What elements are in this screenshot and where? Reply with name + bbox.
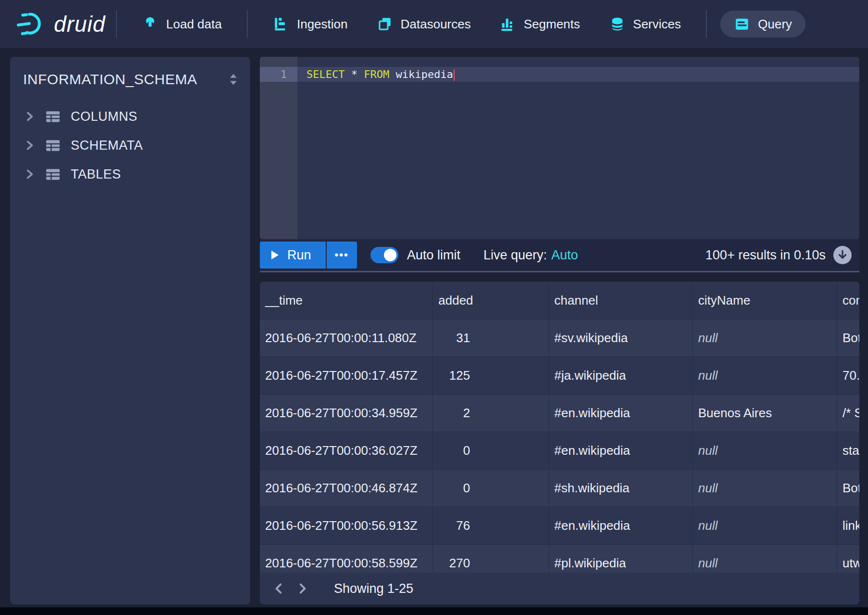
- auto-limit-toggle[interactable]: [370, 247, 398, 263]
- tree-item-label: TABLES: [71, 167, 121, 182]
- top-nav: druid Load data Ingestion: [0, 0, 868, 48]
- sql-keyword: SELECT: [306, 68, 345, 80]
- table-cell[interactable]: 2016-06-27T00:00:56.913Z: [260, 507, 433, 545]
- datasources-icon: [377, 16, 393, 32]
- more-dots-icon: •••: [335, 249, 349, 261]
- brand-wordmark: druid: [54, 11, 105, 37]
- segments-icon: [499, 16, 516, 32]
- table-cell[interactable]: link: [837, 507, 859, 545]
- nav-item-label: Datasources: [401, 17, 471, 32]
- sql-text: *: [345, 68, 364, 80]
- showing-range-label: Showing 1-25: [334, 581, 413, 596]
- nav-item-services[interactable]: Services: [595, 0, 696, 48]
- table-cell[interactable]: null: [693, 320, 837, 357]
- table-cell[interactable]: 70.: [837, 357, 859, 395]
- table-cell[interactable]: null: [693, 545, 837, 573]
- bottom-edge: [0, 607, 868, 615]
- nav-divider: [116, 10, 117, 38]
- table-cell[interactable]: 2016-06-27T00:00:11.080Z: [260, 320, 433, 357]
- text-cursor: [454, 69, 455, 81]
- table-cell[interactable]: Bot: [837, 320, 859, 357]
- druid-logo-icon: [16, 11, 48, 38]
- druid-brand[interactable]: druid: [16, 11, 105, 38]
- table-cell[interactable]: 0: [433, 432, 549, 470]
- chevron-right-icon[interactable]: [25, 140, 35, 151]
- table-row: 2016-06-27T00:00:46.874Z0#sh.wikipedianu…: [260, 470, 859, 507]
- column-header-time[interactable]: __time: [260, 282, 433, 320]
- nav-item-label: Segments: [523, 17, 580, 32]
- table-icon: [46, 140, 60, 152]
- table-cell[interactable]: 2016-06-27T00:00:58.599Z: [260, 545, 433, 573]
- nav-item-query[interactable]: Query: [720, 11, 805, 38]
- pagination-bar: Showing 1-25: [260, 573, 859, 604]
- tree-item-columns[interactable]: COLUMNS: [10, 102, 250, 131]
- table-cell[interactable]: #en.wikipedia: [549, 432, 693, 470]
- results-header-row: __time added channel cityName comment: [260, 282, 859, 320]
- column-header-cityname[interactable]: cityName: [693, 282, 837, 320]
- table-cell[interactable]: #sv.wikipedia: [549, 320, 693, 357]
- table-cell[interactable]: 31: [433, 320, 549, 357]
- table-row: 2016-06-27T00:00:58.599Z270#pl.wikipedia…: [260, 545, 859, 573]
- table-cell[interactable]: 2016-06-27T00:00:34.959Z: [260, 395, 433, 432]
- live-query-label: Live query:: [484, 248, 547, 262]
- next-page-button[interactable]: [291, 577, 314, 600]
- table-cell[interactable]: utw: [837, 545, 859, 573]
- table-row: 2016-06-27T00:00:36.027Z0#en.wikipedianu…: [260, 432, 859, 470]
- table-cell[interactable]: 270: [433, 545, 549, 573]
- table-cell[interactable]: #en.wikipedia: [549, 395, 693, 432]
- table-cell[interactable]: /* S: [837, 395, 859, 432]
- table-row: 2016-06-27T00:00:17.457Z125#ja.wikipedia…: [260, 357, 859, 395]
- run-bar: Run ••• Auto limit Live query:Auto 100+ …: [260, 239, 859, 271]
- table-cell[interactable]: 125: [433, 357, 549, 395]
- tree-item-tables[interactable]: TABLES: [10, 160, 250, 189]
- chevron-right-icon[interactable]: [25, 168, 35, 180]
- table-row: 2016-06-27T00:00:56.913Z76#en.wikipedian…: [260, 507, 859, 545]
- table-cell[interactable]: null: [693, 507, 837, 545]
- column-header-channel[interactable]: channel: [549, 282, 693, 320]
- schema-title: INFORMATION_SCHEMA: [23, 71, 197, 88]
- table-cell[interactable]: 2: [433, 395, 549, 432]
- table-cell[interactable]: #ja.wikipedia: [549, 357, 693, 395]
- query-icon: [734, 16, 750, 32]
- sql-query-text[interactable]: SELECT * FROM wikipedia: [306, 67, 455, 82]
- sql-keyword: FROM: [364, 68, 389, 80]
- nav-item-datasources[interactable]: Datasources: [362, 0, 485, 48]
- table-cell[interactable]: 2016-06-27T00:00:36.027Z: [260, 432, 433, 470]
- table-cell[interactable]: #pl.wikipedia: [549, 545, 693, 573]
- table-cell[interactable]: Bot: [837, 470, 859, 507]
- live-query-control: Live query:Auto: [484, 248, 578, 263]
- sql-editor[interactable]: 1 SELECT * FROM wikipedia: [260, 57, 859, 239]
- table-icon: [46, 111, 60, 123]
- download-results-button[interactable]: [833, 246, 852, 264]
- nav-item-label: Services: [633, 17, 681, 32]
- tree-item-schemata[interactable]: SCHEMATA: [10, 131, 250, 160]
- table-cell[interactable]: 2016-06-27T00:00:17.457Z: [260, 357, 433, 395]
- nav-item-ingestion[interactable]: Ingestion: [258, 0, 362, 48]
- nav-item-segments[interactable]: Segments: [485, 0, 594, 48]
- table-cell[interactable]: 2016-06-27T00:00:46.874Z: [260, 470, 433, 507]
- table-cell[interactable]: #sh.wikipedia: [549, 470, 693, 507]
- table-cell[interactable]: sta: [837, 432, 859, 470]
- table-icon: [46, 168, 60, 180]
- schema-selector[interactable]: INFORMATION_SCHEMA: [10, 57, 250, 91]
- column-header-added[interactable]: added: [433, 282, 549, 320]
- nav-item-load-data[interactable]: Load data: [128, 0, 236, 48]
- table-cell[interactable]: 0: [433, 470, 549, 507]
- table-cell[interactable]: Buenos Aires: [693, 395, 837, 432]
- run-button[interactable]: Run: [260, 242, 326, 269]
- table-cell[interactable]: null: [693, 432, 837, 470]
- splitter-handle[interactable]: [260, 271, 859, 272]
- table-cell[interactable]: null: [693, 470, 837, 507]
- table-cell[interactable]: 76: [433, 507, 549, 545]
- load-data-icon: [142, 16, 158, 32]
- previous-page-button[interactable]: [268, 577, 291, 600]
- table-cell[interactable]: #en.wikipedia: [549, 507, 693, 545]
- chevron-right-icon[interactable]: [25, 111, 35, 122]
- double-caret-icon[interactable]: [229, 73, 238, 86]
- run-more-button[interactable]: •••: [327, 242, 357, 269]
- schema-sidebar: INFORMATION_SCHEMA: [10, 57, 250, 604]
- auto-limit-label: Auto limit: [407, 248, 460, 263]
- live-query-value[interactable]: Auto: [551, 248, 578, 262]
- table-cell[interactable]: null: [693, 357, 837, 395]
- column-header-comment[interactable]: comment: [837, 282, 859, 320]
